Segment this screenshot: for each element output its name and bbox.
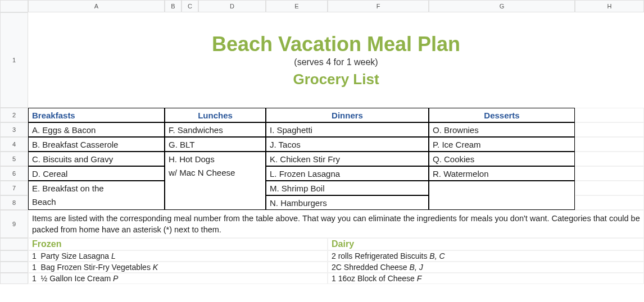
dairy-2-ref: B, J [410,263,423,272]
frozen-item-1[interactable]: 1 Party Size Lasagna L [28,250,328,262]
row-header-11[interactable] [0,250,28,262]
frozen-1-desc: Party Size Lasagna [41,251,109,260]
frozen-2-ref: K [153,263,158,272]
cell-dinner-n[interactable]: N. Hamburgers [266,195,429,210]
row-header-7[interactable]: 7 [0,181,28,195]
spreadsheet: A B C D E F G H 1 Beach Vacation Meal Pl… [0,0,644,284]
col-header-f[interactable]: F [328,0,429,12]
row-header-10[interactable] [0,238,28,250]
cell-lunch-f[interactable]: F. Sandwiches [165,122,266,137]
header-breakfasts[interactable]: Breakfasts [28,108,165,122]
dairy-1-qty: 2 rolls [332,251,352,260]
frozen-2-desc: Bag Frozen Stir-Fry Vegetables [41,263,151,272]
frozen-3-qty: 1 [32,274,37,283]
cell-breakfast-c[interactable]: C. Biscuits and Gravy [28,152,165,166]
cell-breakfast-d[interactable]: D. Cereal [28,166,165,181]
row-header-3[interactable]: 3 [0,122,28,137]
title-block: Beach Vacation Meal Plan (serves 4 for 1… [28,12,644,108]
dairy-1-desc: Refrigerated Biscuits [355,251,427,260]
col-header-g[interactable]: G [429,0,575,12]
page-title: Beach Vacation Meal Plan [212,33,460,56]
cell-h4[interactable] [575,137,644,152]
frozen-1-qty: 1 [32,251,37,260]
row-header-6[interactable]: 6 [0,166,28,181]
dairy-2-desc: Shredded Cheese [344,263,407,272]
cell-dessert-empty1[interactable] [429,181,575,195]
row-header-12[interactable] [0,262,28,273]
cell-dessert-empty2[interactable] [429,195,575,210]
row-header-5[interactable]: 5 [0,152,28,166]
frozen-item-3[interactable]: 1 ½ Gallon Ice Cream P [28,273,328,284]
col-header-c[interactable]: C [182,0,198,12]
frozen-3-desc: ½ Gallon Ice Cream [41,274,111,283]
cat-frozen-header[interactable]: Frozen [28,238,328,250]
secondary-title: Grocery List [293,71,379,88]
frozen-item-2[interactable]: 1 Bag Frozen Stir-Fry Vegetables K [28,262,328,273]
cell-h7[interactable] [575,181,644,195]
cell-breakfast-a[interactable]: A. Eggs & Bacon [28,122,165,137]
cell-lunch-h2[interactable]: w/ Mac N Cheese [165,166,266,181]
note-text[interactable]: Items are listed with the corresponding … [28,210,644,238]
cell-dinner-j[interactable]: J. Tacos [266,137,429,152]
dairy-2-qty: 2C [332,263,342,272]
cell-dessert-r[interactable]: R. Watermelon [429,166,575,181]
header-dinners[interactable]: Dinners [266,108,429,122]
cell-lunch-empty3[interactable] [165,195,266,210]
cell-h3[interactable] [575,122,644,137]
cell-dinner-k[interactable]: K. Chicken Stir Fry [266,152,429,166]
cell-h5[interactable] [575,152,644,166]
cell-dinner-l[interactable]: L. Frozen Lasagna [266,166,429,181]
frozen-1-ref: L [111,251,116,260]
dairy-3-desc: 16oz Block of Cheese [338,274,415,283]
frozen-3-ref: P [113,274,118,283]
header-desserts[interactable]: Desserts [429,108,575,122]
row-header-8[interactable]: 8 [0,195,28,210]
row-header-13[interactable] [0,273,28,284]
corner-cell [0,0,28,12]
row-header-1[interactable]: 1 [0,12,28,108]
frozen-2-qty: 1 [32,263,37,272]
cell-dessert-p[interactable]: P. Ice Cream [429,137,575,152]
cell-h6[interactable] [575,166,644,181]
cell-dessert-q[interactable]: Q. Cookies [429,152,575,166]
cell-breakfast-e2[interactable]: Beach [28,195,165,210]
page-subtitle: (serves 4 for 1 week) [294,57,378,67]
cell-h8[interactable] [575,195,644,210]
dairy-item-1[interactable]: 2 rolls Refrigerated Biscuits B, C [328,250,644,262]
cat-dairy-header[interactable]: Dairy [328,238,644,250]
cell-breakfast-e[interactable]: E. Breakfast on the [28,181,165,195]
col-header-b[interactable]: B [165,0,182,12]
dairy-item-3[interactable]: 1 16oz Block of Cheese F [328,273,644,284]
cell-lunch-empty2[interactable] [165,181,266,195]
dairy-1-ref: B, C [429,251,445,260]
cell-dinner-m[interactable]: M. Shrimp Boil [266,181,429,195]
header-lunches[interactable]: Lunches [165,108,266,122]
cell-h2[interactable] [575,108,644,122]
dairy-item-2[interactable]: 2C Shredded Cheese B, J [328,262,644,273]
col-header-d[interactable]: D [198,0,266,12]
cell-dinner-i[interactable]: I. Spaghetti [266,122,429,137]
dairy-3-ref: F [417,274,422,283]
row-header-2[interactable]: 2 [0,108,28,122]
cell-lunch-h[interactable]: H. Hot Dogs [165,152,266,166]
cell-lunch-g[interactable]: G. BLT [165,137,266,152]
row-header-4[interactable]: 4 [0,137,28,152]
col-header-a[interactable]: A [28,0,165,12]
col-header-h[interactable]: H [575,0,644,12]
dairy-3-qty: 1 [332,274,336,283]
cell-breakfast-b[interactable]: B. Breakfast Casserole [28,137,165,152]
cell-dessert-o[interactable]: O. Brownies [429,122,575,137]
col-header-e[interactable]: E [266,0,328,12]
row-header-9[interactable]: 9 [0,210,28,238]
